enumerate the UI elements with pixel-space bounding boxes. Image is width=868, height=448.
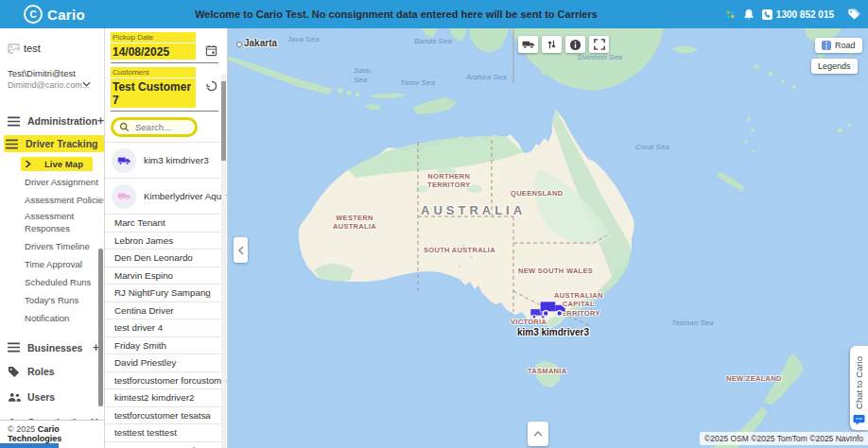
sort-swap-button[interactable] [542, 36, 562, 53]
map-truck-marker[interactable] [529, 299, 573, 327]
sidebar-item-administration[interactable]: Administration+ [0, 110, 104, 132]
sidebar-item-businesses[interactable]: Businesses+ [0, 336, 104, 359]
chevron-icon [25, 160, 39, 168]
driver-truck-avatar [112, 148, 136, 173]
sidebar-item-label: Notification [25, 313, 69, 323]
sidebar-item-label: Roles [27, 366, 55, 377]
pickup-date-label: Pickup Date [111, 32, 196, 43]
driver-row-rj-nightfury-sampang[interactable]: RJ NightFury Sampang [105, 284, 227, 302]
fullscreen-icon [594, 39, 605, 50]
driver-row-centina-driver[interactable]: Centina Driver [105, 302, 227, 320]
customers-value[interactable]: Test Customer 7 [111, 78, 196, 108]
menu-icon [8, 342, 22, 353]
phone-icon [762, 9, 773, 20]
sidebar-item-label: Time Approval [25, 259, 82, 269]
sidebar: test Test\Dimitri@test Dimitrid@cario.co… [0, 28, 105, 448]
sidebar-item-users[interactable]: Users [0, 385, 104, 410]
driver-name: Den Den Leonardo [114, 252, 193, 263]
driver-row-david-priestley[interactable]: David Priestley [105, 354, 227, 372]
copyright: © 2025 [8, 424, 35, 434]
sidebar-item-label: Driver Tracking [26, 138, 97, 149]
sidebar-item-time-approval[interactable]: Time Approval [0, 255, 104, 273]
user-menu[interactable]: Test\Dimitri@test Dimitrid@cario.com... [0, 59, 104, 102]
sidebar-item-roles[interactable]: Roles [0, 359, 104, 385]
driver-row-kimberlydriver-aquino[interactable]: Kimberlydriver Aquino [105, 179, 227, 215]
sidebar-item-label: Driver Assignment [25, 177, 98, 187]
truck-visibility-button[interactable] [518, 36, 538, 53]
menu-icon [6, 139, 20, 149]
sidebar-item-driver-assignment[interactable]: Driver Assignment [0, 173, 104, 191]
driver-row-friday-smith[interactable]: Friday Smith [105, 337, 227, 355]
sidebar-item-label: Today's Runs [25, 295, 78, 305]
tenant-logo: test [0, 28, 104, 59]
tag-icon [8, 366, 22, 378]
chevron-left-icon [238, 246, 244, 255]
sidebar-item-assessment-policies[interactable]: Assessment Policies [0, 191, 104, 209]
driver-name: kimtest2 kimdriver2 [114, 392, 194, 403]
driver-search[interactable] [111, 117, 198, 137]
sidebar-item-label: Businesses [27, 342, 82, 353]
info-button[interactable] [565, 36, 585, 53]
sidebar-item-label: Scheduled Runs [25, 277, 91, 287]
driver-row-lebron-james[interactable]: Lebron James [105, 233, 227, 250]
swap-vertical-icon [547, 39, 557, 50]
pickup-date-field[interactable]: Pickup Date 14/08/2025 [111, 32, 218, 63]
driver-name: kim3 kimdriver3 [144, 155, 209, 165]
driver-row-test-driver-4[interactable]: test driver 4 [105, 319, 227, 337]
driver-name: Marc Tenant [114, 217, 165, 228]
sidebar-item-notification[interactable]: Notification [0, 309, 104, 327]
driver-row-marvin-espino[interactable]: Marvin Espino [105, 267, 227, 285]
driver-name: testforcustomer tesatsa [114, 410, 211, 421]
reset-history-icon[interactable] [205, 78, 217, 95]
sidebar-item-assessment-responses[interactable]: Assessment Responses [0, 209, 104, 237]
support-phone[interactable]: 1300 852 015 [762, 9, 834, 20]
legends-button[interactable]: Legends [811, 59, 858, 74]
tags-icon[interactable] [847, 8, 861, 21]
driver-row-testtesttest-testetads[interactable]: testtesttest testetads [105, 442, 227, 448]
chat-to-cario-tab[interactable]: Chat to Cario [850, 346, 868, 430]
pickup-date-value[interactable]: 14/08/2025 [111, 43, 196, 60]
driver-name: Kimberlydriver Aquino [144, 191, 227, 201]
calendar-icon[interactable] [205, 43, 217, 60]
bottom-expand-button[interactable] [528, 422, 548, 446]
expand-toggle[interactable]: + [97, 114, 104, 128]
driver-name: test driver 4 [114, 322, 163, 333]
sidebar-item-drivers-timeline[interactable]: Drivers Timeline [0, 237, 104, 255]
notifications-bell-icon[interactable] [743, 9, 755, 21]
driver-row-testtest-testtest[interactable]: testtest testtest [105, 424, 227, 442]
extension-icon[interactable] [725, 9, 736, 20]
customers-field[interactable]: Customers Test Customer 7 [111, 67, 218, 112]
driver-row-testforcustomer-forcustomer[interactable]: testforcustomer forcustomer [105, 372, 227, 390]
search-icon [119, 122, 130, 132]
driver-row-den-den-leonardo[interactable]: Den Den Leonardo [105, 250, 227, 267]
sidebar-item-live-map[interactable]: Live Map [0, 155, 104, 173]
sidebar-item-label: Drivers Timeline [25, 241, 90, 251]
map-canvas[interactable] [227, 28, 868, 448]
sidebar-nav: Administration+Driver Tracking–Live MapD… [0, 110, 104, 436]
sidebar-scrollbar[interactable] [98, 249, 103, 406]
live-map[interactable]: JakartaJava SeaBanda SeaSavu SeaTimor Se… [227, 28, 868, 448]
driver-name: RJ NightFury Sampang [114, 287, 211, 298]
phone-number: 1300 852 015 [776, 9, 834, 20]
welcome-banner: Welcome to Cario Test. No consignment da… [0, 0, 792, 28]
sidebar-item-label: Assessment Responses [25, 209, 99, 237]
road-style-button[interactable]: Road [815, 38, 862, 53]
search-input[interactable] [133, 121, 192, 133]
sidebar-item-scheduled-runs[interactable]: Scheduled Runs [0, 273, 104, 291]
driver-list: kim3 kimdriver3 Kimberlydriver AquinoMar… [105, 142, 227, 448]
truck-marker-icon [539, 299, 567, 321]
chat-bubble-icon [853, 414, 865, 425]
map-toolbar [518, 36, 609, 53]
driver-list-scrollbar-thumb[interactable] [221, 81, 226, 161]
driver-row-testforcustomer-tesatsa[interactable]: testforcustomer tesatsa [105, 407, 227, 425]
sidebar-item-driver-tracking[interactable]: Driver Tracking– [0, 132, 104, 155]
driver-name: Marvin Espino [114, 270, 173, 281]
driver-row-kimtest2-kimdriver2[interactable]: kimtest2 kimdriver2 [105, 389, 227, 407]
driver-name: Centina Driver [114, 305, 174, 316]
panel-collapse-button[interactable] [234, 237, 248, 263]
driver-row-kim3-kimdriver3[interactable]: kim3 kimdriver3 [105, 143, 227, 179]
sidebar-item-today-s-runs[interactable]: Today's Runs [0, 291, 104, 309]
top-bar: C Cario Welcome to Cario Test. No consig… [0, 0, 868, 28]
driver-row-marc-tenant[interactable]: Marc Tenant [105, 215, 227, 233]
fullscreen-button[interactable] [589, 36, 609, 53]
